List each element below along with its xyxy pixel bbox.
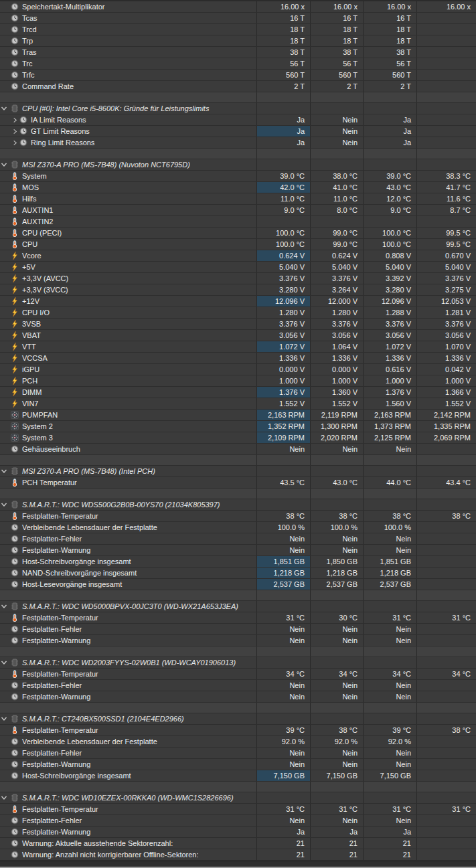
sensor-label: Host-Lesevorgänge insgesamt xyxy=(22,580,122,588)
sensor-row[interactable]: +5V5.040 V5.040 V5.040 V5.040 V xyxy=(0,262,476,273)
sensor-row[interactable]: Trcd18 T18 T18 T xyxy=(0,24,476,35)
value-cell-current: 1.336 V xyxy=(256,353,310,363)
sensor-row[interactable]: Festplatten-Temperatur31 °C30 °C31 °C31 … xyxy=(0,612,476,624)
chevron-down-icon[interactable] xyxy=(0,715,8,723)
sensor-row[interactable]: VCCSA1.336 V1.336 V1.336 V1.336 V xyxy=(0,353,476,364)
sensor-row[interactable]: Verbleibende Lebensdauer der Festplatte9… xyxy=(0,736,476,748)
sensor-row[interactable]: System 32,109 RPM2,020 RPM2,125 RPM2,069… xyxy=(0,432,476,444)
sensor-group-header[interactable]: S.M.A.R.T.: WDC WD5000BPVX-00JC3T0 (WD-W… xyxy=(0,601,476,612)
sensor-row[interactable]: Trc56 T56 T56 T xyxy=(0,58,476,70)
sensor-row[interactable]: CPU I/O1.280 V1.280 V1.288 V1.281 V xyxy=(0,307,476,319)
sensor-row[interactable]: +12V12.096 V12.000 V12.096 V12.053 V xyxy=(0,296,476,307)
sensor-row[interactable]: Host-Schreibvorgänge insgesamt7,150 GB7,… xyxy=(0,770,476,782)
sensor-row[interactable]: PUMPFAN2,163 RPM2,119 RPM2,163 RPM2,142 … xyxy=(0,410,476,421)
sensor-row[interactable]: CPU100.0 °C99.0 °C100.0 °C99.5 °C xyxy=(0,239,476,250)
sensor-row[interactable]: Festplatten-WarnungNeinNeinNein xyxy=(0,635,476,646)
sensor-label-cell: CPU xyxy=(0,239,256,250)
sensor-row[interactable]: Festplatten-FehlerNeinNeinNein xyxy=(0,748,476,759)
sensor-row[interactable]: Festplatten-WarnungNeinNeinNein xyxy=(0,759,476,770)
sensor-row[interactable]: GT Limit ReasonsJaNeinJa xyxy=(0,126,476,137)
sensor-row[interactable]: Festplatten-Temperatur38 °C38 °C38 °C38 … xyxy=(0,511,476,522)
sensor-row[interactable]: Festplatten-WarnungNeinNeinNein xyxy=(0,545,476,556)
sensor-row[interactable]: IA Limit ReasonsJaNeinJa xyxy=(0,114,476,126)
chevron-right-icon[interactable] xyxy=(11,140,19,146)
value-cell-avg: 38 °C xyxy=(416,511,476,521)
sensor-row[interactable]: Vcore0.624 V0.624 V0.808 V0.670 V xyxy=(0,250,476,262)
sensor-group-header[interactable]: S.M.A.R.T.: CT240BX500SSD1 (2104E4ED2966… xyxy=(0,713,476,725)
sensor-row[interactable]: Tras38 T38 T38 T xyxy=(0,47,476,58)
sensor-row[interactable]: Trfc560 T560 T560 T xyxy=(0,70,476,81)
sensor-row[interactable]: Festplatten-FehlerNeinNeinNein xyxy=(0,680,476,691)
sensor-row[interactable]: Trp18 T18 T18 T xyxy=(0,35,476,47)
sensor-row[interactable]: MOS42.0 °C41.0 °C43.0 °C41.7 °C xyxy=(0,182,476,193)
sensor-label-cell: CPU I/O xyxy=(0,307,256,318)
sensor-row[interactable]: Festplatten-FehlerNeinNeinNein xyxy=(0,815,476,827)
value-cell-avg xyxy=(416,58,476,69)
sensor-group-header[interactable]: S.M.A.R.T.: WDC WD2003FYYS-02W0B1 (WD-WC… xyxy=(0,657,476,669)
value-cell-min: 7,150 GB xyxy=(310,770,363,781)
sensor-row[interactable]: System 21,352 RPM1,300 RPM1,373 RPM1,335… xyxy=(0,421,476,432)
sensor-group-header[interactable]: S.M.A.R.T.: WDC WD10EZEX-00RKKA0 (WD-WMC… xyxy=(0,792,476,804)
value-cell-avg: 31 °C xyxy=(416,612,476,623)
sensor-group-header[interactable]: MSI Z370-A PRO (MS-7B48) (Nuvoton NCT679… xyxy=(0,159,476,171)
chevron-down-icon[interactable] xyxy=(0,501,8,509)
sensor-row[interactable]: Festplatten-Temperatur34 °C34 °C34 °C34 … xyxy=(0,669,476,680)
sensor-row[interactable]: Hilfs11.0 °C11.0 °C12.0 °C11.6 °C xyxy=(0,193,476,205)
sensor-row[interactable]: +3,3V (3VCC)3.280 V3.264 V3.280 V3.275 V xyxy=(0,284,476,296)
sensor-row[interactable]: Command Rate2 T2 T2 T xyxy=(0,81,476,92)
sensor-row[interactable]: Festplatten-FehlerNeinNeinNein xyxy=(0,624,476,635)
group-header-label-cell: MSI Z370-A PRO (MS-7B48) (Intel PCH) xyxy=(0,466,256,476)
sensor-row[interactable]: PCH Temperatur43.5 °C43.0 °C44.0 °C43.4 … xyxy=(0,477,476,489)
sensor-row[interactable]: CPU (PECI)100.0 °C99.0 °C100.0 °C99.5 °C xyxy=(0,228,476,239)
sensor-row[interactable]: Festplatten-Temperatur39 °C38 °C39 °C38 … xyxy=(0,725,476,736)
sensor-row[interactable]: Host-Schreibvorgänge insgesamt1,851 GB1,… xyxy=(0,556,476,568)
sensor-row[interactable]: iGPU0.000 V0.000 V0.616 V0.042 V xyxy=(0,364,476,375)
sensor-row[interactable]: PCH1.000 V1.000 V1.000 V1.000 V xyxy=(0,375,476,387)
chevron-down-icon[interactable] xyxy=(0,794,8,802)
sensor-row[interactable]: System39.0 °C38.0 °C39.0 °C38.3 °C xyxy=(0,171,476,182)
sensor-row[interactable]: NAND-Schreibvorgänge insgesamt1,218 GB1,… xyxy=(0,568,476,579)
group-header-label-cell: S.M.A.R.T.: WDC WD5000BPVX-00JC3T0 (WD-W… xyxy=(0,601,256,612)
chevron-down-icon[interactable] xyxy=(0,104,8,112)
sensor-row[interactable]: 3VSB3.376 V3.376 V3.376 V3.376 V xyxy=(0,319,476,330)
sensor-row[interactable]: Speichertakt-Multiplikator16.00 x16.00 x… xyxy=(0,1,476,13)
chevron-right-icon[interactable] xyxy=(11,128,19,135)
sensor-row[interactable]: Ring Limit ReasonsJaNeinJa xyxy=(0,137,476,149)
value-cell-max: Ja xyxy=(363,126,416,137)
sensor-row[interactable]: Festplatten-WarnungJaJaJa xyxy=(0,827,476,838)
thermometer-icon xyxy=(11,512,19,520)
sensor-group-header[interactable]: S.M.A.R.T.: WDC WDS500G2B0B-00YS70 (2103… xyxy=(0,499,476,511)
chevron-down-icon[interactable] xyxy=(0,659,8,667)
sensor-row[interactable]: VBAT3.056 V3.056 V3.056 V3.056 V xyxy=(0,330,476,341)
chevron-down-icon[interactable] xyxy=(0,467,8,475)
sensor-row[interactable]: GehäuseeinbruchNeinNeinNein xyxy=(0,444,476,455)
chevron-down-icon[interactable] xyxy=(0,161,8,169)
sensor-row[interactable]: Warnung: Aktuelle ausstehende Sektorenza… xyxy=(0,838,476,849)
chevron-down-icon[interactable] xyxy=(0,602,8,610)
sensor-row[interactable]: VIN71.552 V1.552 V1.560 V1.552 V xyxy=(0,398,476,410)
sensor-row[interactable]: +3,3V (AVCC)3.376 V3.376 V3.392 V3.376 V xyxy=(0,273,476,284)
sensor-label-cell: Ring Limit Reasons xyxy=(0,137,256,148)
sensor-row[interactable]: AUXTIN19.0 °C8.0 °C9.0 °C8.7 °C xyxy=(0,205,476,216)
sensor-group-header[interactable]: MSI Z370-A PRO (MS-7B48) (Intel PCH) xyxy=(0,466,476,477)
sensor-row[interactable]: VTT1.072 V1.064 V1.072 V1.070 V xyxy=(0,341,476,353)
sensor-row[interactable]: Warnung: Anzahl nicht korrigierbarer Off… xyxy=(0,849,476,861)
value-cell-min: Nein xyxy=(310,759,363,770)
sensor-label: Festplatten-Temperatur xyxy=(22,805,98,813)
sensor-label-cell: 3VSB xyxy=(0,319,256,329)
value-cell-max: 34 °C xyxy=(363,669,416,679)
sensor-row[interactable]: Host-Lesevorgänge insgesamt2,537 GB2,537… xyxy=(0,579,476,590)
value-cell-avg xyxy=(416,81,476,92)
sensor-row[interactable]: Festplatten-FehlerNeinNeinNein xyxy=(0,533,476,545)
value-cell-current: Nein xyxy=(256,815,310,826)
spacer-label-cell xyxy=(0,455,256,465)
sensor-row[interactable]: Verbleibende Lebensdauer der Festplatte1… xyxy=(0,522,476,533)
sensor-row[interactable]: Festplatten-Temperatur31 °C31 °C31 °C31 … xyxy=(0,804,476,815)
value-cell-min: 43.0 °C xyxy=(310,477,363,488)
sensor-row[interactable]: Festplatten-WarnungNeinNeinNein xyxy=(0,691,476,703)
chevron-right-icon[interactable] xyxy=(11,117,19,123)
sensor-row[interactable]: DIMM1.376 V1.360 V1.376 V1.366 V xyxy=(0,387,476,398)
sensor-row[interactable]: AUXTIN2 xyxy=(0,216,476,228)
sensor-group-header[interactable]: CPU [#0]: Intel Core i5-8600K: Gründe fü… xyxy=(0,103,476,114)
sensor-row[interactable]: Tcas16 T16 T16 T xyxy=(0,13,476,24)
